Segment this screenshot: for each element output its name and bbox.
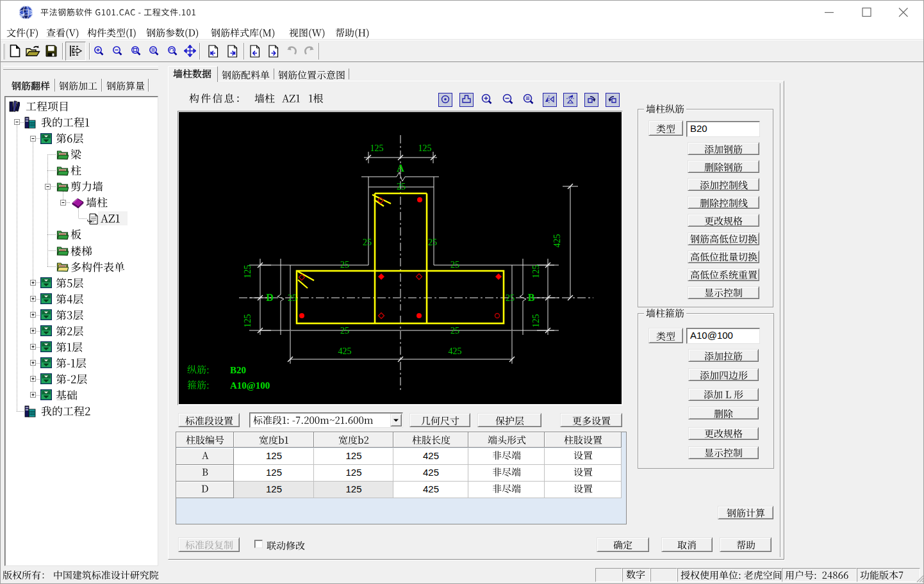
svg-text:25: 25 [428, 238, 437, 247]
svg-text:B20: B20 [230, 365, 246, 375]
svg-text:25: 25 [288, 293, 297, 303]
svg-text:25: 25 [450, 326, 459, 336]
svg-text:425: 425 [449, 346, 462, 356]
svg-text:125: 125 [531, 314, 541, 328]
svg-text:125: 125 [243, 265, 252, 279]
svg-text:25: 25 [506, 293, 515, 303]
svg-text:25: 25 [450, 260, 459, 270]
svg-text:125: 125 [243, 314, 252, 328]
svg-text:A10@100: A10@100 [230, 380, 270, 391]
svg-text:425: 425 [552, 234, 562, 248]
svg-text:25: 25 [340, 260, 349, 270]
svg-text:A: A [397, 163, 404, 174]
svg-text:D: D [266, 292, 274, 303]
svg-text:125: 125 [531, 265, 541, 279]
svg-text:25: 25 [340, 326, 349, 336]
svg-text:25: 25 [363, 238, 372, 247]
svg-text:25: 25 [397, 182, 406, 191]
svg-text:B: B [528, 292, 535, 303]
svg-text:425: 425 [338, 346, 352, 356]
svg-text:125: 125 [370, 143, 384, 153]
svg-text:125: 125 [418, 143, 432, 153]
